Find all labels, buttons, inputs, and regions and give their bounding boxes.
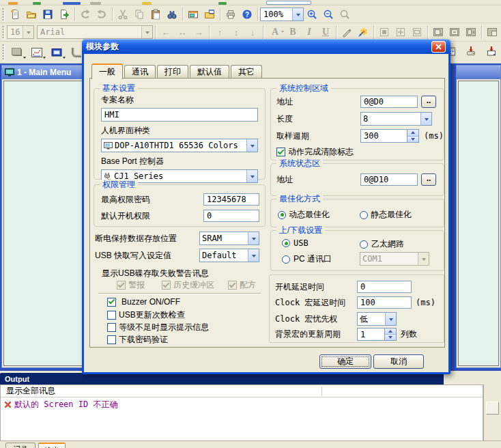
- project-name-input[interactable]: HMI: [101, 108, 258, 122]
- control-address-browse-button[interactable]: ..: [421, 96, 436, 108]
- screen-window-partial[interactable]: [456, 65, 501, 368]
- print-button[interactable]: [223, 7, 239, 22]
- underline-button[interactable]: U: [317, 25, 334, 40]
- usb-cache-select[interactable]: Default: [199, 249, 259, 262]
- button-widget-tool-button[interactable]: [46, 43, 66, 61]
- dynamic-optimize-radio[interactable]: [278, 211, 286, 219]
- bottom-tab-output[interactable]: 输出: [38, 443, 66, 448]
- tab-other[interactable]: 其它: [231, 65, 262, 79]
- boot-delay-input[interactable]: 0: [357, 281, 412, 293]
- fit-screen-button[interactable]: [446, 25, 463, 40]
- nudge-vertical-button[interactable]: ↕: [228, 25, 244, 40]
- dialog-titlebar[interactable]: 模块参数: [82, 39, 450, 54]
- color-picker-button[interactable]: [355, 25, 371, 40]
- status-address-browse-button[interactable]: ..: [421, 173, 436, 186]
- dl-password-checkbox[interactable]: [107, 335, 116, 344]
- sample-period-input[interactable]: 300: [360, 129, 407, 143]
- open-screen-button[interactable]: [201, 7, 218, 22]
- buzzer-checkbox[interactable]: [107, 298, 116, 307]
- toolbar-grip[interactable]: [2, 26, 4, 38]
- nudge-right-button[interactable]: →: [190, 25, 207, 40]
- combo-arrow[interactable]: [292, 8, 303, 20]
- usb-update-checkbox[interactable]: [107, 311, 116, 320]
- output-column-divider[interactable]: [321, 387, 322, 396]
- tab-default[interactable]: 默认值: [190, 65, 229, 79]
- fit-window-button[interactable]: [430, 25, 446, 40]
- redo-button[interactable]: [94, 7, 110, 22]
- sample-period-spinner[interactable]: [407, 129, 419, 143]
- find-button[interactable]: [164, 7, 180, 22]
- output-filter-row[interactable]: 显示全部讯息: [1, 385, 483, 397]
- download-screen-button[interactable]: [483, 44, 500, 59]
- clock-priority-select[interactable]: 低: [357, 312, 397, 326]
- new-file-button[interactable]: [7, 7, 23, 22]
- tab-general[interactable]: 一般: [91, 64, 123, 79]
- usb-radio[interactable]: [282, 239, 290, 247]
- bg-macro-spinner[interactable]: [385, 328, 397, 341]
- select-arrow[interactable]: [246, 139, 257, 152]
- save-button[interactable]: [40, 7, 56, 22]
- nudge-horizontal-button[interactable]: ↔: [174, 25, 190, 40]
- static-optimize-radio[interactable]: [360, 211, 368, 219]
- fit-extra-button[interactable]: [484, 25, 500, 40]
- hmi-type-select[interactable]: DOP-A10THTD1 65536 Colors: [101, 139, 258, 152]
- status-address-input[interactable]: 0@D10: [360, 173, 418, 186]
- font-color-button[interactable]: A: [266, 25, 285, 40]
- tab-print[interactable]: 打印: [157, 65, 188, 79]
- zoom-in-button[interactable]: [304, 7, 320, 22]
- cancel-button[interactable]: 取消: [373, 354, 424, 369]
- fit-page-button[interactable]: [463, 25, 479, 40]
- retain-location-select[interactable]: SRAM: [199, 232, 259, 245]
- level-hint-checkbox[interactable]: [107, 323, 116, 332]
- font-name-combo[interactable]: Arial: [37, 25, 153, 39]
- select-arrow[interactable]: [420, 113, 431, 125]
- rectangle-tool-button[interactable]: [7, 43, 27, 61]
- make-same-size-button[interactable]: [392, 25, 409, 40]
- export-button[interactable]: [56, 7, 72, 22]
- ethernet-radio[interactable]: [360, 240, 368, 249]
- toolbar-grip[interactable]: [2, 44, 4, 61]
- toolbar-grip[interactable]: [2, 8, 4, 20]
- undo-button[interactable]: [77, 7, 94, 22]
- pc-com-radio[interactable]: [282, 255, 290, 264]
- control-length-select[interactable]: 8: [360, 112, 432, 126]
- bottom-tab-record[interactable]: 记录: [5, 443, 35, 448]
- boot-level-input[interactable]: 0: [203, 210, 259, 222]
- copy-button[interactable]: [131, 7, 147, 22]
- ok-button[interactable]: 确定: [319, 354, 371, 369]
- bg-macro-input[interactable]: 1: [357, 328, 385, 341]
- zoom-level-combo[interactable]: 100%: [260, 8, 304, 21]
- screen-window-titlebar[interactable]: [457, 66, 500, 79]
- nudge-left-button[interactable]: ←: [158, 25, 174, 40]
- make-same-height-button[interactable]: [409, 25, 425, 40]
- trend-graph-tool-button[interactable]: [27, 43, 46, 61]
- open-file-button[interactable]: [23, 7, 40, 22]
- scrollbar-thumb[interactable]: [486, 402, 499, 415]
- select-arrow[interactable]: [248, 249, 259, 262]
- highest-password-input[interactable]: 12345678: [203, 193, 259, 206]
- clear-flag-checkbox[interactable]: [276, 148, 285, 156]
- make-same-width-button[interactable]: [376, 25, 392, 40]
- nudge-up-button[interactable]: ↑: [212, 25, 228, 40]
- tab-communication[interactable]: 通讯: [124, 65, 156, 79]
- pen-button[interactable]: [339, 25, 355, 40]
- zoom-out-button[interactable]: [320, 7, 337, 22]
- control-address-input[interactable]: 0@D0: [360, 96, 418, 108]
- italic-button[interactable]: I: [301, 25, 317, 40]
- zoom-tool-button[interactable]: [337, 7, 353, 22]
- help-button[interactable]: ?: [239, 7, 255, 22]
- paste-button[interactable]: [147, 7, 164, 22]
- nudge-down-button[interactable]: ↓: [244, 25, 261, 40]
- bold-button[interactable]: B: [285, 25, 301, 40]
- close-button[interactable]: [431, 41, 446, 53]
- screen-canvas[interactable]: [458, 81, 499, 366]
- new-screen-button[interactable]: [185, 7, 201, 22]
- output-error-row[interactable]: 默认的 Screen ID 不正确: [1, 397, 483, 410]
- cut-button[interactable]: [115, 7, 131, 22]
- output-panel-titlebar[interactable]: Output: [0, 373, 444, 384]
- select-arrow[interactable]: [246, 170, 257, 182]
- font-size-combo[interactable]: 16: [7, 25, 34, 39]
- download-firmware-button[interactable]: [463, 44, 479, 59]
- select-arrow[interactable]: [248, 232, 259, 244]
- select-arrow[interactable]: [385, 313, 396, 325]
